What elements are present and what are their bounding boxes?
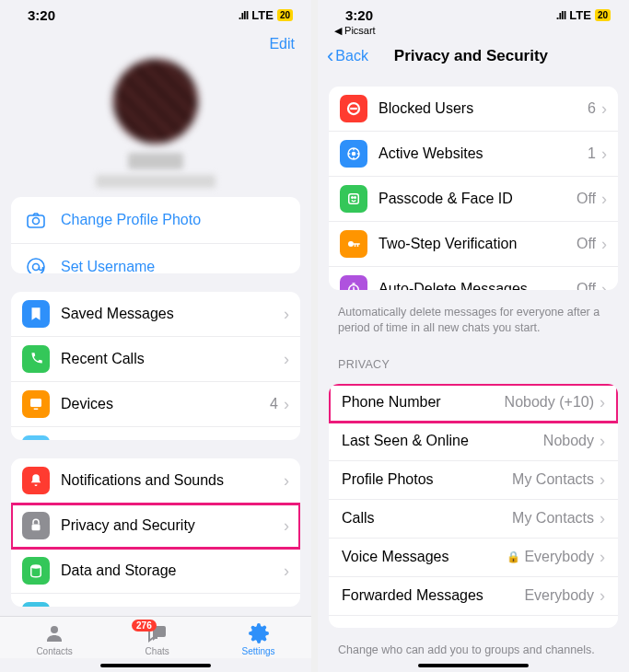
chevron-right-icon: ›	[284, 350, 289, 369]
back-to-app[interactable]: ◀ Picsart	[318, 25, 629, 37]
svg-point-6	[28, 259, 44, 273]
svg-point-5	[33, 218, 40, 225]
signal-icon: .ıll	[556, 8, 565, 22]
row-icon	[22, 557, 50, 585]
settings-screen: 3:20 .ıll LTE 20 Edit Change Profile Pho…	[0, 0, 311, 672]
row-label: Privacy and Security	[61, 517, 284, 534]
chevron-right-icon: ›	[284, 471, 289, 491]
row-icon	[340, 140, 367, 168]
status-right: .ıll LTE 20	[239, 8, 293, 22]
row-value: My Contacts	[512, 510, 594, 527]
set-username-row[interactable]: Set Username	[11, 244, 300, 273]
battery-icon: 20	[277, 9, 293, 21]
voice-messages-row[interactable]: Voice Messages🔒Everybody›	[329, 539, 618, 577]
row-icon	[22, 602, 50, 607]
appearance-row[interactable]: Appearance›	[11, 594, 300, 607]
row-icon	[22, 345, 50, 373]
chevron-right-icon: ›	[601, 235, 607, 254]
chevron-right-icon: ›	[284, 516, 289, 536]
profile-name	[128, 153, 183, 169]
settings-group-1: Saved Messages›Recent Calls›Devices4›Cha…	[11, 292, 300, 440]
row-label: Calls	[342, 510, 512, 527]
tab-chats[interactable]: 276 Chats	[146, 622, 169, 656]
row-value: Nobody (+10)	[505, 394, 594, 411]
chat-folders-row[interactable]: Chat Folders›	[11, 427, 300, 440]
row-value: 1	[588, 145, 596, 162]
saved-messages-row[interactable]: Saved Messages›	[11, 292, 300, 337]
forwarded-messages-row[interactable]: Forwarded MessagesEverybody›	[329, 577, 618, 616]
row-label: Saved Messages	[61, 306, 284, 322]
chevron-right-icon: ›	[601, 99, 607, 119]
calls-row[interactable]: CallsMy Contacts›	[329, 500, 618, 539]
row-icon	[22, 467, 50, 494]
row-icon	[340, 185, 367, 213]
edit-button[interactable]: Edit	[269, 36, 295, 52]
two-step-verification-row[interactable]: Two-Step VerificationOff›	[329, 222, 618, 267]
signal-icon: .ıll	[239, 8, 248, 22]
svg-rect-9	[34, 409, 39, 411]
svg-point-24	[355, 197, 356, 199]
auto-delete-messages-row[interactable]: Auto-Delete MessagesOff›	[329, 267, 618, 290]
notifications-and-sounds-row[interactable]: Notifications and Sounds›	[11, 458, 300, 504]
at-icon	[22, 253, 50, 273]
row-value: Everybody	[524, 587, 594, 604]
row-icon	[340, 275, 367, 290]
status-time: 3:20	[345, 7, 373, 23]
devices-row[interactable]: Devices4›	[11, 382, 300, 427]
home-indicator[interactable]	[100, 664, 211, 667]
lock-icon: 🔒	[507, 550, 520, 563]
row-label: Voice Messages	[342, 549, 507, 565]
privacy-group: Phone NumberNobody (+10)›Last Seen & Onl…	[329, 384, 618, 628]
recent-calls-row[interactable]: Recent Calls›	[11, 337, 300, 382]
row-value: Off	[577, 281, 596, 290]
status-time: 3:20	[28, 7, 55, 23]
passcode-face-id-row[interactable]: Passcode & Face IDOff›	[329, 177, 618, 222]
chevron-right-icon: ›	[284, 562, 289, 581]
row-value: Everybody	[524, 626, 594, 628]
chevron-right-icon: ›	[600, 393, 605, 412]
profile-actions-card: Change Profile Photo Set Username	[11, 197, 300, 273]
tab-settings[interactable]: Settings	[241, 622, 274, 656]
last-seen-online-row[interactable]: Last Seen & OnlineNobody›	[329, 423, 618, 461]
chats-badge: 276	[132, 620, 157, 631]
chevron-right-icon: ›	[601, 190, 607, 209]
page-title: Privacy and Security	[322, 47, 620, 65]
phone-number-row[interactable]: Phone NumberNobody (+10)›	[329, 384, 618, 423]
row-icon	[340, 230, 367, 258]
blocked-users-row[interactable]: Blocked Users6›	[329, 87, 618, 132]
auto-delete-footer: Automatically delete messages for everyo…	[318, 299, 629, 336]
groups-channels-row[interactable]: Groups & ChannelsEverybody›	[329, 616, 618, 628]
row-icon	[22, 390, 50, 418]
svg-point-23	[352, 197, 354, 199]
tab-contacts[interactable]: Contacts	[36, 622, 72, 656]
privacy-and-security-row[interactable]: Privacy and Security›	[11, 504, 300, 549]
set-username-label: Set Username	[61, 259, 289, 273]
chevron-right-icon: ›	[600, 548, 605, 567]
chevron-right-icon: ›	[600, 432, 605, 451]
row-label: Passcode & Face ID	[379, 191, 577, 207]
row-label: Auto-Delete Messages	[379, 281, 577, 290]
change-photo-row[interactable]: Change Profile Photo	[11, 197, 300, 244]
profile-photos-row[interactable]: Profile PhotosMy Contacts›	[329, 461, 618, 500]
tab-settings-label: Settings	[241, 646, 274, 656]
svg-point-11	[31, 565, 41, 570]
row-value: Everybody	[524, 549, 594, 565]
row-label: Blocked Users	[379, 100, 588, 117]
row-label: Forwarded Messages	[342, 587, 524, 604]
home-indicator[interactable]	[418, 664, 529, 667]
row-value: Off	[577, 191, 596, 207]
data-and-storage-row[interactable]: Data and Storage›	[11, 549, 300, 594]
svg-point-25	[348, 241, 354, 247]
svg-rect-22	[349, 194, 359, 204]
row-icon	[22, 435, 50, 440]
row-icon	[340, 95, 367, 122]
row-label: Recent Calls	[61, 351, 284, 367]
avatar[interactable]	[113, 59, 198, 144]
privacy-section-header: PRIVACY	[318, 336, 629, 375]
svg-point-7	[33, 264, 40, 271]
svg-rect-10	[32, 525, 41, 531]
row-value: My Contacts	[512, 471, 594, 488]
privacy-footer: Change who can add you to groups and cha…	[318, 637, 629, 658]
active-websites-row[interactable]: Active Websites1›	[329, 132, 618, 177]
row-value: 6	[588, 100, 596, 117]
